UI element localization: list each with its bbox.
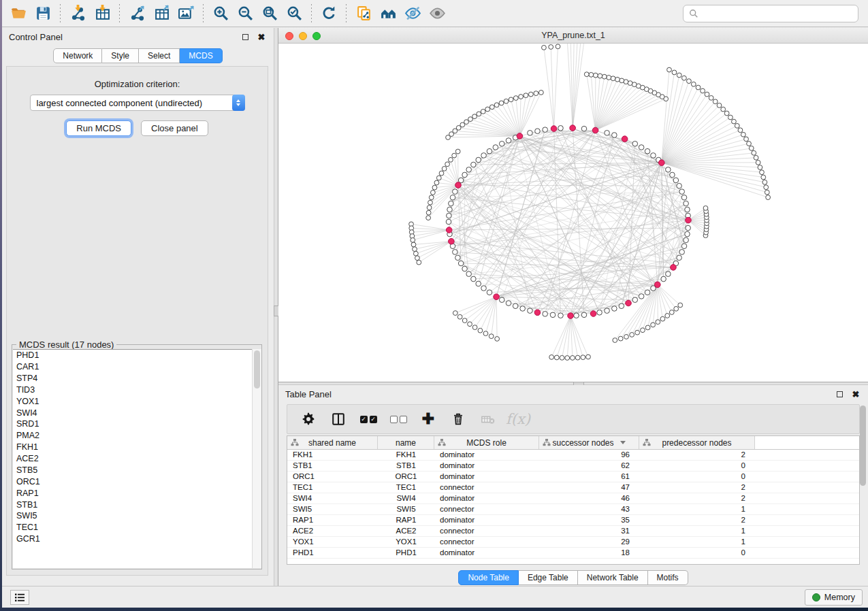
network-canvas[interactable] xyxy=(278,44,868,382)
zoom-out-button[interactable] xyxy=(233,3,257,24)
vertical-splitter[interactable] xyxy=(274,28,278,586)
refresh-button[interactable] xyxy=(317,3,341,24)
cell-successor-nodes: 18 xyxy=(539,548,639,558)
table-panel-tabs: Node TableEdge TableNetwork TableMotifs xyxy=(278,570,868,585)
mcds-tab-content: Optimization criterion: largest connecte… xyxy=(6,66,268,576)
column-layout-icon xyxy=(331,412,346,427)
table-row[interactable]: FKH1FKH1dominator962 xyxy=(287,450,859,461)
mcds-result-item[interactable]: PHD1 xyxy=(13,350,261,361)
mcds-result-item[interactable]: YOX1 xyxy=(13,396,261,408)
cell-name: STB1 xyxy=(378,461,434,471)
export-table-button[interactable] xyxy=(149,3,174,24)
search-icon xyxy=(689,9,698,18)
table-row[interactable]: YOX1YOX1connector291 xyxy=(287,537,859,548)
table-panel: Table Panel ✖ ✓✓✚f(x) shared namenameMCD… xyxy=(278,385,868,586)
column-label: MCDS role xyxy=(466,438,507,448)
show-panels-button[interactable] xyxy=(10,590,29,605)
column-header-predecessor-nodes[interactable]: predecessor nodes xyxy=(639,436,755,449)
mcds-list-scrollbar[interactable] xyxy=(252,349,261,568)
table-row[interactable]: RAP1RAP1dominator352 xyxy=(287,515,859,526)
column-header-successor-nodes[interactable]: successor nodes xyxy=(539,436,639,449)
column-header-MCDS-role[interactable]: MCDS role xyxy=(434,436,539,449)
show-all-button[interactable] xyxy=(425,3,449,24)
float-table-panel-button[interactable] xyxy=(834,389,845,399)
run-mcds-button[interactable]: Run MCDS xyxy=(66,120,131,136)
mcds-result-item[interactable]: RAP1 xyxy=(13,488,261,499)
column-header-shared-name[interactable]: shared name xyxy=(287,436,378,449)
mcds-result-item[interactable]: TID3 xyxy=(13,384,261,396)
column-header-name[interactable]: name xyxy=(378,436,434,449)
table-scrollbar[interactable] xyxy=(860,403,867,509)
zoom-selected-button[interactable] xyxy=(282,3,306,24)
mcds-result-item[interactable]: TEC1 xyxy=(13,522,261,533)
tab-network-table[interactable]: Network Table xyxy=(578,570,648,585)
export-network-button[interactable] xyxy=(125,3,149,24)
network-window-titlebar[interactable]: YPA_prune.txt_1 xyxy=(278,28,868,44)
mcds-result-item[interactable]: ORC1 xyxy=(13,476,261,488)
tab-mcds[interactable]: MCDS xyxy=(180,48,222,63)
cell-MCDS-role: dominator xyxy=(434,472,539,482)
mcds-result-item[interactable]: STP4 xyxy=(13,373,261,384)
open-button[interactable] xyxy=(6,3,31,24)
close-mcds-panel-button[interactable]: Close panel xyxy=(141,120,208,136)
save-button[interactable] xyxy=(31,3,55,24)
table-row[interactable]: STB1STB1dominator620 xyxy=(287,461,859,472)
cell-name: ORC1 xyxy=(378,472,434,482)
tab-node-table[interactable]: Node Table xyxy=(458,570,519,585)
attribute-type-icon xyxy=(543,439,551,446)
table-row[interactable]: PHD1PHD1dominator180 xyxy=(287,548,859,559)
tab-select[interactable]: Select xyxy=(139,48,180,63)
first-neighbors-button[interactable] xyxy=(376,3,400,24)
memory-button[interactable]: Memory xyxy=(805,589,863,606)
select-all-button[interactable]: ✓✓ xyxy=(358,409,379,429)
mcds-result-item[interactable]: STB5 xyxy=(13,465,261,476)
table-row[interactable]: ACE2ACE2connector311 xyxy=(287,526,859,537)
table-row[interactable]: SWI4SWI4dominator462 xyxy=(287,493,859,504)
cell-successor-nodes: 47 xyxy=(539,482,639,493)
hide-selected-button[interactable] xyxy=(400,3,425,24)
settings-button[interactable] xyxy=(298,409,319,429)
close-table-panel-button[interactable]: ✖ xyxy=(850,389,861,399)
optimization-criterion-select[interactable]: largest connected component (undirected) xyxy=(30,95,245,111)
deselect-all-button[interactable] xyxy=(388,409,408,429)
mcds-result-item[interactable]: PMA2 xyxy=(13,430,261,442)
cell-name: YOX1 xyxy=(378,537,434,547)
import-network-button[interactable] xyxy=(65,3,90,24)
mcds-result-item[interactable]: SWI5 xyxy=(13,510,261,522)
tab-network[interactable]: Network xyxy=(53,48,102,63)
cell-successor-nodes: 46 xyxy=(539,493,639,503)
memory-label: Memory xyxy=(824,593,855,602)
mcds-result-item[interactable]: FKH1 xyxy=(13,442,261,453)
table-row[interactable]: TEC1TEC1connector472 xyxy=(287,482,859,493)
control-panel-title: Control Panel xyxy=(9,32,63,42)
float-panel-button[interactable] xyxy=(240,31,251,42)
cell-MCDS-role: connector xyxy=(434,537,539,547)
node-table: shared namenameMCDS rolesuccessor nodesp… xyxy=(287,435,860,565)
new-network-from-selection-button[interactable] xyxy=(351,3,376,24)
header-filler xyxy=(755,436,859,449)
tab-edge-table[interactable]: Edge Table xyxy=(519,570,578,585)
close-panel-button[interactable]: ✖ xyxy=(256,31,267,42)
zoom-in-button[interactable] xyxy=(208,3,233,24)
table-scrollbar-thumb[interactable] xyxy=(860,406,866,486)
table-row[interactable]: ORC1ORC1dominator610 xyxy=(287,472,859,482)
add-column-button[interactable]: ✚ xyxy=(418,409,438,429)
import-table-button[interactable] xyxy=(90,3,114,24)
zoom-fit-button[interactable] xyxy=(257,3,282,24)
deselect-all-icon xyxy=(390,416,407,423)
tab-style[interactable]: Style xyxy=(102,48,139,63)
mcds-result-item[interactable]: STB1 xyxy=(13,499,261,510)
table-row[interactable]: SWI5SWI5connector431 xyxy=(287,504,859,515)
mcds-result-item[interactable]: CAR1 xyxy=(13,361,261,373)
mcds-result-item[interactable]: ACE2 xyxy=(13,453,261,465)
export-image-button[interactable] xyxy=(174,3,198,24)
tab-motifs[interactable]: Motifs xyxy=(648,570,688,585)
mcds-result-item[interactable]: SRD1 xyxy=(13,418,261,430)
mcds-result-item[interactable]: GCR1 xyxy=(13,533,261,545)
delete-column-button[interactable] xyxy=(448,409,468,429)
search-input[interactable] xyxy=(703,9,852,19)
mcds-result-item[interactable]: SWI4 xyxy=(13,407,261,418)
search-box[interactable] xyxy=(683,5,858,22)
cell-MCDS-role: connector xyxy=(434,526,539,536)
column-layout-button[interactable] xyxy=(328,409,349,429)
